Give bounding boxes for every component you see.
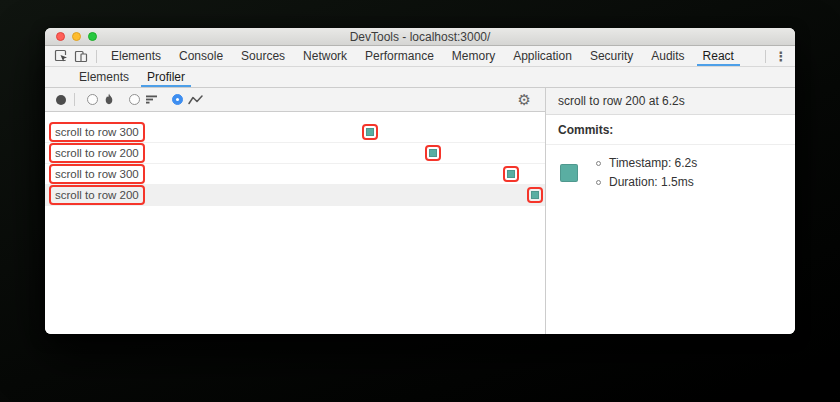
interaction-label[interactable]: scroll to row 200 — [49, 143, 145, 163]
commit-square-icon — [429, 149, 437, 157]
tab-application[interactable]: Application — [504, 46, 581, 66]
inspect-element-icon[interactable] — [51, 47, 71, 65]
interaction-label[interactable]: scroll to row 300 — [49, 122, 145, 142]
separator — [765, 50, 766, 63]
subtab-profiler[interactable]: Profiler — [138, 67, 194, 87]
tab-react[interactable]: React — [694, 46, 743, 66]
profiler-chart-panel: ⚙ scroll to row 300scroll to row 200scro… — [45, 88, 545, 334]
interaction-row[interactable]: scroll to row 300 — [45, 122, 545, 143]
commit-square-icon — [366, 128, 374, 136]
device-toolbar-icon[interactable] — [71, 47, 91, 65]
commit-detail-row: Timestamp: 6.2s — [596, 156, 697, 170]
tab-elements[interactable]: Elements — [102, 46, 170, 66]
commit-entry[interactable]: Timestamp: 6.2sDuration: 1.5ms — [558, 156, 783, 189]
interaction-row[interactable]: scroll to row 200 — [45, 185, 545, 206]
interactions-chart-icon — [188, 94, 203, 106]
commit-detail-text: Duration: 1.5ms — [609, 175, 694, 189]
bullet-icon — [596, 180, 601, 185]
commit-detail-list: Timestamp: 6.2sDuration: 1.5ms — [596, 156, 697, 189]
interactions-radio[interactable] — [172, 94, 183, 105]
tab-audits[interactable]: Audits — [642, 46, 693, 66]
react-subtab-strip: ElementsProfiler — [45, 67, 795, 88]
tab-network[interactable]: Network — [294, 46, 356, 66]
more-menu-icon[interactable]: ⋮ — [771, 47, 791, 65]
commit-detail-row: Duration: 1.5ms — [596, 175, 697, 189]
main-tab-strip: ElementsConsoleSourcesNetworkPerformance… — [102, 46, 743, 66]
commits-label: Commits: — [558, 123, 783, 144]
record-button[interactable] — [56, 95, 66, 105]
window-title: DevTools - localhost:3000/ — [45, 28, 795, 46]
bullet-icon — [596, 161, 601, 166]
commit-color-swatch[interactable] — [560, 164, 578, 182]
commits-section: Commits: Timestamp: 6.2sDuration: 1.5ms — [546, 115, 795, 189]
devtools-tabbar: ElementsConsoleSourcesNetworkPerformance… — [45, 46, 795, 67]
commit-marker[interactable] — [362, 124, 378, 140]
interaction-label[interactable]: scroll to row 200 — [49, 185, 145, 205]
tab-sources[interactable]: Sources — [232, 46, 294, 66]
commit-details-panel: scroll to row 200 at 6.2s Commits: Times… — [545, 88, 795, 334]
flamegraph-radio[interactable] — [87, 94, 98, 105]
selected-interaction-header: scroll to row 200 at 6.2s — [546, 88, 795, 115]
subtab-elements[interactable]: Elements — [70, 67, 138, 87]
commit-marker[interactable] — [527, 187, 543, 203]
separator — [74, 93, 75, 106]
commit-square-icon — [507, 170, 515, 178]
tab-memory[interactable]: Memory — [443, 46, 504, 66]
tab-performance[interactable]: Performance — [356, 46, 443, 66]
tab-security[interactable]: Security — [581, 46, 642, 66]
devtools-window: DevTools - localhost:3000/ ElementsConso… — [45, 28, 795, 334]
settings-gear-icon[interactable]: ⚙ — [518, 92, 531, 107]
tab-console[interactable]: Console — [170, 46, 232, 66]
ranked-view-option[interactable] — [129, 94, 158, 105]
separator — [96, 50, 97, 63]
interactions-list: scroll to row 300scroll to row 200scroll… — [45, 112, 545, 334]
interaction-row[interactable]: scroll to row 200 — [45, 143, 545, 164]
commit-square-icon — [531, 191, 539, 199]
commit-marker[interactable] — [425, 145, 441, 161]
interactions-view-option[interactable] — [172, 94, 203, 106]
flamegraph-view-option[interactable] — [87, 93, 115, 106]
commit-marker[interactable] — [503, 166, 519, 182]
profiler-toolbar: ⚙ — [45, 88, 545, 112]
ranked-radio[interactable] — [129, 94, 140, 105]
ranked-chart-icon — [145, 94, 158, 105]
commit-detail-text: Timestamp: 6.2s — [609, 156, 697, 170]
interaction-row[interactable]: scroll to row 300 — [45, 164, 545, 185]
flame-icon — [103, 93, 115, 106]
titlebar: DevTools - localhost:3000/ — [45, 28, 795, 46]
interaction-label[interactable]: scroll to row 300 — [49, 164, 145, 184]
divider — [546, 144, 795, 145]
